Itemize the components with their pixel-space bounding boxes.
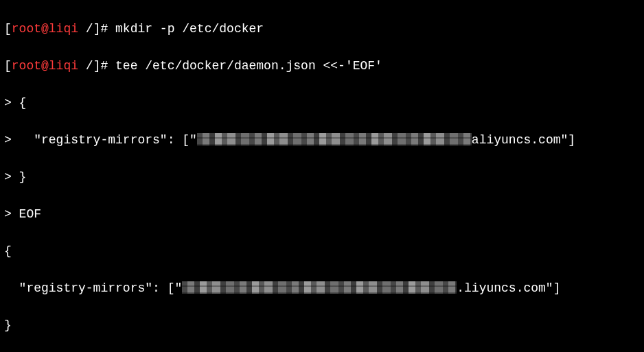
command-text: tee /etc/docker/daemon.json <<-'EOF' (115, 59, 382, 73)
terminal-line: > { (4, 94, 641, 113)
terminal-line: [root@liqi /]# tee /etc/docker/daemon.js… (4, 57, 641, 75)
terminal-line: } (4, 316, 641, 335)
prompt-bracket-open: [ (4, 22, 12, 36)
heredoc-text: > { (4, 96, 26, 110)
heredoc-lead: > "registry-mirrors": [" (4, 133, 197, 147)
command-text: mkdir -p /etc/docker (115, 22, 264, 36)
output-lead: "registry-mirrors": [" (4, 281, 182, 295)
heredoc-text: > EOF (4, 207, 41, 221)
heredoc-tail: aliyuncs.com"] (472, 133, 575, 147)
output-tail: .liyuncs.com"] (457, 281, 560, 295)
terminal-line: > EOF (4, 205, 641, 224)
redacted-block (197, 133, 472, 145)
prompt-user-host: root@liqi (12, 22, 78, 36)
terminal-line: { (4, 242, 641, 261)
heredoc-text: > } (4, 170, 26, 184)
prompt-bracket-close: ]# (93, 22, 115, 36)
prompt-cwd: / (78, 22, 93, 36)
terminal-line: > "registry-mirrors": ["aliyuncs.com"] (4, 131, 641, 150)
output-text: } (4, 318, 12, 332)
terminal-line: "registry-mirrors": [".liyuncs.com"] (4, 279, 641, 298)
terminal-line: [root@liqi /]# mkdir -p /etc/docker (4, 20, 641, 38)
output-text: { (4, 244, 12, 258)
redacted-block (182, 281, 457, 294)
terminal[interactable]: [root@liqi /]# mkdir -p /etc/docker [roo… (0, 0, 644, 352)
prompt-user-host: root@liqi (12, 59, 78, 73)
prompt-cwd: / (78, 59, 93, 73)
terminal-line: > } (4, 168, 641, 187)
